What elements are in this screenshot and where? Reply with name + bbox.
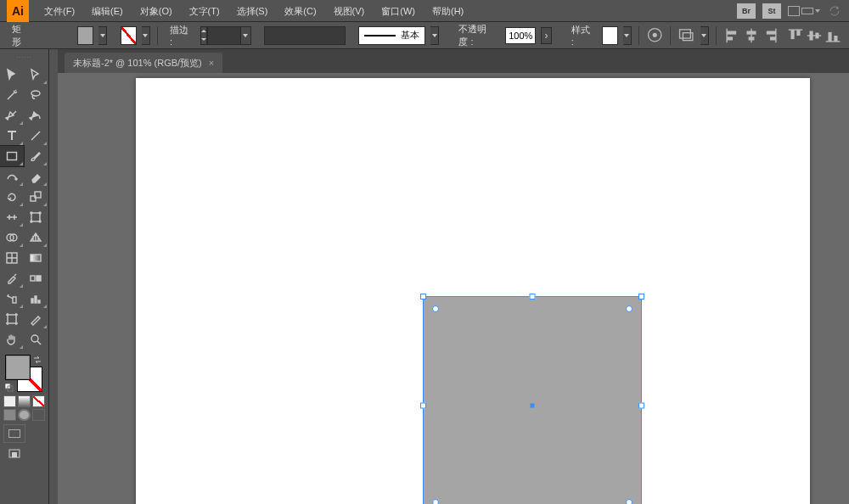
line-segment-tool[interactable] xyxy=(24,126,48,146)
canvas[interactable] xyxy=(58,73,849,504)
none-mode-button[interactable] xyxy=(32,395,45,407)
svg-rect-24 xyxy=(8,153,17,160)
width-tool[interactable] xyxy=(0,207,24,227)
perspective-grid-tool[interactable] xyxy=(24,227,48,248)
change-screen-mode[interactable] xyxy=(3,445,25,463)
variable-width-profile[interactable] xyxy=(264,26,345,45)
resize-handle-tl[interactable] xyxy=(420,294,426,300)
menu-window[interactable]: 窗口(W) xyxy=(373,0,424,22)
scale-tool[interactable] xyxy=(24,187,48,207)
fill-color-dropdown[interactable] xyxy=(98,26,107,45)
fill-swatch-large[interactable] xyxy=(5,355,31,380)
fill-color-swatch[interactable] xyxy=(77,26,93,45)
live-corner-tr[interactable] xyxy=(626,305,633,312)
close-tab-icon[interactable]: × xyxy=(209,58,214,68)
lasso-tool[interactable] xyxy=(24,85,48,105)
selection-tool[interactable] xyxy=(0,64,24,85)
menu-view[interactable]: 视图(V) xyxy=(325,0,374,22)
workspace-switcher[interactable] xyxy=(788,6,820,16)
color-mode-button[interactable] xyxy=(3,395,16,407)
default-fill-stroke-icon[interactable] xyxy=(5,384,14,392)
zoom-tool[interactable] xyxy=(24,329,48,350)
gradient-mode-button[interactable] xyxy=(18,395,31,407)
slice-tool[interactable] xyxy=(24,309,48,329)
type-tool[interactable] xyxy=(0,126,24,146)
direct-selection-tool[interactable] xyxy=(24,64,48,85)
graphic-style-dropdown[interactable] xyxy=(623,26,632,45)
selected-rectangle[interactable] xyxy=(423,296,642,504)
fill-stroke-indicator[interactable] xyxy=(5,355,42,392)
align-top-icon[interactable] xyxy=(786,25,805,46)
resize-handle-tm[interactable] xyxy=(530,294,536,300)
transform-panel-dropdown[interactable] xyxy=(700,26,709,45)
stock-button[interactable]: St xyxy=(762,3,781,19)
curvature-tool[interactable] xyxy=(24,105,48,126)
sync-icon[interactable] xyxy=(827,3,842,19)
align-hcenter-icon[interactable] xyxy=(742,25,761,46)
stroke-weight-input[interactable] xyxy=(207,26,241,45)
brush-definition[interactable]: 基本 xyxy=(358,26,425,45)
align-vcenter-icon[interactable] xyxy=(805,25,824,46)
eraser-tool[interactable] xyxy=(24,166,48,187)
svg-point-44 xyxy=(31,335,38,342)
graphic-style-swatch[interactable] xyxy=(602,26,618,45)
symbol-sprayer-tool[interactable] xyxy=(0,288,24,309)
live-corner-bl[interactable] xyxy=(432,499,439,504)
opacity-slider-toggle[interactable] xyxy=(541,27,551,44)
screen-mode-normal[interactable] xyxy=(3,424,25,443)
menu-file[interactable]: 文件(F) xyxy=(36,0,83,22)
live-corner-br[interactable] xyxy=(626,499,633,504)
document-tab[interactable]: 未标题-2* @ 101% (RGB/预览) × xyxy=(65,53,222,73)
swap-fill-stroke-icon[interactable] xyxy=(32,355,42,365)
align-right-icon[interactable] xyxy=(761,25,779,46)
stroke-weight-dropdown[interactable] xyxy=(241,26,251,45)
menu-help[interactable]: 帮助(H) xyxy=(424,0,472,22)
blend-tool[interactable] xyxy=(24,268,48,288)
stroke-color-dropdown[interactable] xyxy=(142,26,150,45)
align-left-icon[interactable] xyxy=(723,25,742,46)
draw-behind-button[interactable] xyxy=(18,409,31,421)
menu-type[interactable]: 文字(T) xyxy=(181,0,228,22)
work-area: 未标题-2* @ 101% (RGB/预览) × xyxy=(58,49,849,504)
resize-handle-tr[interactable] xyxy=(638,294,644,300)
transform-panel-icon[interactable] xyxy=(678,25,694,46)
eyedropper-tool[interactable] xyxy=(0,268,24,288)
paintbrush-tool[interactable] xyxy=(24,146,48,166)
shape-builder-tool[interactable] xyxy=(0,227,24,248)
rectangle-tool[interactable] xyxy=(0,146,24,166)
stroke-color-swatch[interactable] xyxy=(121,26,137,45)
shaper-tool[interactable] xyxy=(0,166,24,187)
free-transform-tool[interactable] xyxy=(24,207,48,227)
svg-rect-17 xyxy=(810,31,813,40)
recolor-artwork-icon[interactable] xyxy=(646,25,663,46)
draw-inside-button[interactable] xyxy=(32,409,45,421)
artboard-tool[interactable] xyxy=(0,309,24,329)
bridge-button[interactable]: Br xyxy=(737,3,756,19)
hand-tool[interactable] xyxy=(0,329,24,350)
menu-edit[interactable]: 编辑(E) xyxy=(83,0,132,22)
rotate-tool[interactable] xyxy=(0,187,24,207)
svg-rect-18 xyxy=(815,32,818,38)
align-bottom-icon[interactable] xyxy=(824,25,842,46)
brush-dropdown[interactable] xyxy=(430,26,439,45)
gradient-tool[interactable] xyxy=(24,248,48,268)
svg-rect-14 xyxy=(791,30,795,39)
menu-select[interactable]: 选择(S) xyxy=(228,0,277,22)
column-graph-tool[interactable] xyxy=(24,288,48,309)
resize-handle-mr[interactable] xyxy=(638,403,644,409)
svg-rect-40 xyxy=(31,299,33,303)
svg-line-45 xyxy=(37,341,41,344)
pen-tool[interactable] xyxy=(0,105,24,126)
draw-normal-button[interactable] xyxy=(3,409,16,421)
mesh-tool[interactable] xyxy=(0,248,24,268)
menu-object[interactable]: 对象(O) xyxy=(132,0,181,22)
svg-rect-41 xyxy=(35,296,37,303)
toolbox-grip[interactable]: ······ xyxy=(0,53,48,61)
center-point[interactable] xyxy=(531,404,535,408)
resize-handle-ml[interactable] xyxy=(420,403,426,409)
stroke-weight-stepper[interactable] xyxy=(200,26,207,45)
opacity-input[interactable]: 100% xyxy=(505,27,536,44)
magic-wand-tool[interactable] xyxy=(0,85,24,105)
menu-effect[interactable]: 效果(C) xyxy=(276,0,324,22)
live-corner-tl[interactable] xyxy=(432,305,439,312)
